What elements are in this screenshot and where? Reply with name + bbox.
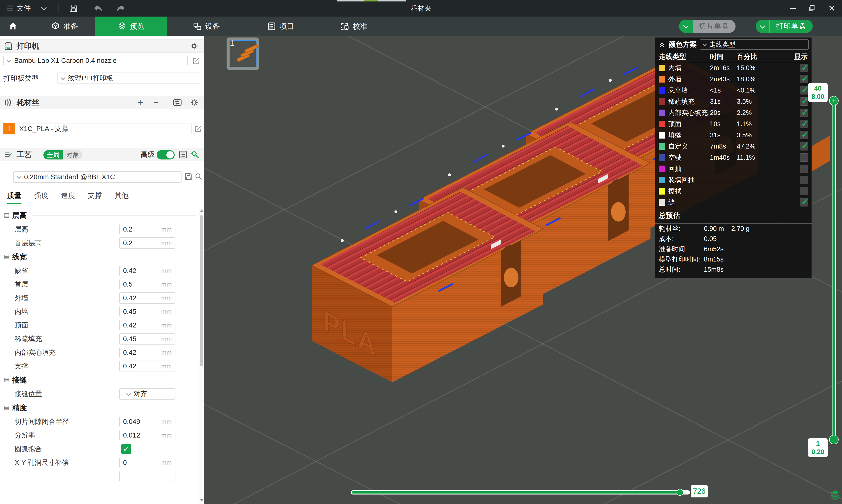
tab-device[interactable]: 设备 <box>181 17 232 36</box>
param-search-icon[interactable] <box>191 150 199 159</box>
tab-project[interactable]: 项目 <box>256 17 305 36</box>
line-type-percent: 15.0% <box>737 64 773 72</box>
tab-preview[interactable]: 预览 <box>95 17 167 36</box>
remove-filament-button[interactable]: − <box>153 97 159 108</box>
param-input[interactable]: 0.012mm <box>119 430 175 441</box>
param-input[interactable]: 0.2mm <box>119 237 175 249</box>
show-checkbox[interactable] <box>800 97 808 106</box>
maximize-button[interactable] <box>804 0 820 17</box>
param-input[interactable]: 0.45mm <box>119 306 175 317</box>
estimate-row: 准备时间:6m52s <box>655 244 811 254</box>
move-slider-handle[interactable] <box>677 489 683 496</box>
param-input[interactable]: 0.2mm <box>119 224 175 235</box>
param-input[interactable]: 0.5mm <box>119 279 175 290</box>
param-input[interactable]: 0.42mm <box>119 292 175 304</box>
show-checkbox[interactable] <box>800 142 808 150</box>
estimate-value2: 2.70 g <box>731 225 750 233</box>
tab-calibration[interactable]: 校准 <box>329 17 380 36</box>
legend-row-稀疏填充: 稀疏填充31s3.5% <box>655 96 811 107</box>
process-tab-其他[interactable]: 其他 <box>115 191 129 204</box>
preset-search-icon[interactable] <box>194 173 203 181</box>
line-type-name: 悬空墙 <box>659 86 710 95</box>
param-select[interactable]: 对齐 <box>119 388 175 399</box>
estimate-row: 耗材丝:0.90 m2.70 g <box>655 223 811 234</box>
line-type-name: 稀疏填充 <box>659 97 710 106</box>
param-row: 内部实心填充0.42mm <box>0 347 199 358</box>
show-checkbox[interactable] <box>800 75 808 83</box>
show-checkbox[interactable] <box>800 109 808 117</box>
add-filament-button[interactable]: + <box>137 97 143 108</box>
main-tab-bar: 准备 预览 设备 项目 校准 切片单盘 打印单盘 <box>0 17 842 36</box>
process-tab-强度[interactable]: 强度 <box>34 191 48 204</box>
show-checkbox[interactable] <box>800 187 808 195</box>
param-input[interactable]: 0.45mm <box>119 333 175 344</box>
filament-settings-gear-icon[interactable] <box>190 98 198 107</box>
plate-type-select[interactable]: 纹理PEI打印板 <box>57 73 201 84</box>
collapse-panel-icon[interactable] <box>658 41 666 48</box>
layer-slider-top-tooltip: 40 8.00 <box>808 83 828 102</box>
show-checkbox[interactable] <box>800 198 808 206</box>
param-scrollbar[interactable] <box>199 207 204 504</box>
window-title: 耗材夹 <box>0 0 842 17</box>
advanced-toggle[interactable] <box>157 150 175 160</box>
param-input[interactable]: 0.049mm <box>119 416 175 427</box>
show-checkbox[interactable] <box>800 131 808 139</box>
ams-sync-icon[interactable] <box>173 98 182 107</box>
device-icon <box>193 22 202 31</box>
slice-dropdown-chevron[interactable] <box>679 20 692 33</box>
printer-settings-gear-icon[interactable] <box>190 42 198 50</box>
preset-save-icon[interactable] <box>184 173 192 181</box>
process-tab-支撑[interactable]: 支撑 <box>88 191 102 204</box>
preview-icon <box>118 22 126 31</box>
param-input[interactable]: 0.42mm <box>119 320 175 331</box>
scroll-down-arrow[interactable] <box>200 499 204 502</box>
home-tab[interactable] <box>2 17 24 36</box>
scope-object[interactable]: 对象 <box>63 150 82 160</box>
tab-prepare[interactable]: 准备 <box>39 17 90 36</box>
process-tab-质量[interactable]: 质量 <box>7 191 21 204</box>
minimize-button[interactable] <box>785 0 801 17</box>
show-checkbox[interactable] <box>800 120 808 128</box>
scrollbar-thumb[interactable] <box>200 215 203 366</box>
show-checkbox[interactable] <box>800 154 808 162</box>
show-checkbox[interactable] <box>800 64 808 72</box>
scroll-up-arrow[interactable] <box>200 210 204 212</box>
process-preset-select[interactable]: 0.20mm Standard @BBL X1C <box>13 172 181 183</box>
param-input[interactable]: 0mm <box>119 457 175 468</box>
layer-slider-top-handle[interactable]: + <box>829 96 839 105</box>
plate-thumbnail[interactable]: 1 <box>227 37 259 70</box>
show-checkbox[interactable] <box>800 86 808 94</box>
param-row: 首层0.5mm <box>0 279 199 290</box>
param-label: 切片间隙闭合半径 <box>15 416 69 427</box>
legend-row-内墙: 内墙2m16s15.0% <box>655 62 811 74</box>
show-checkbox[interactable] <box>800 165 808 173</box>
param-checkbox[interactable]: ✓ <box>121 444 131 454</box>
preview-viewport[interactable]: PLA 1 颜色方案 走线类型 走线类型 <box>204 36 842 504</box>
print-plate-button[interactable]: 打印单盘 <box>756 20 813 33</box>
process-tab-速度[interactable]: 速度 <box>61 191 75 204</box>
param-section-header: 精度 <box>0 402 199 414</box>
legend-row-回抽: 回抽 <box>655 163 811 174</box>
param-input[interactable] <box>119 471 175 482</box>
process-list-icon[interactable] <box>179 150 187 159</box>
param-section-header: 接缝 <box>0 374 199 386</box>
show-checkbox[interactable] <box>800 176 808 184</box>
filament-edit-icon[interactable] <box>194 125 202 133</box>
project-icon <box>267 22 276 31</box>
close-button[interactable]: ✕ <box>824 0 840 17</box>
printer-edit-icon[interactable] <box>192 56 201 65</box>
process-scope-toggle[interactable]: 全局 对象 <box>43 150 82 160</box>
param-label: 分辨率 <box>15 430 35 441</box>
layer-slider-bottom-handle[interactable] <box>829 435 839 444</box>
printer-preset-select[interactable]: Bambu Lab X1 Carbon 0.4 nozzle <box>3 55 188 66</box>
param-input[interactable]: 0.42mm <box>119 265 175 276</box>
param-section-header: 线宽 <box>0 251 199 263</box>
color-scheme-select[interactable]: 走线类型 <box>700 39 809 50</box>
slice-plate-button[interactable]: 切片单盘 <box>679 20 736 33</box>
scope-global[interactable]: 全局 <box>43 150 63 160</box>
filament-name-field[interactable]: X1C_PLA - 支撑 <box>15 123 192 134</box>
param-input[interactable]: 0.42mm <box>119 361 175 372</box>
layers-view-icon[interactable] <box>829 489 841 501</box>
print-dropdown-chevron[interactable] <box>756 20 769 33</box>
param-input[interactable]: 0.42mm <box>119 347 175 358</box>
